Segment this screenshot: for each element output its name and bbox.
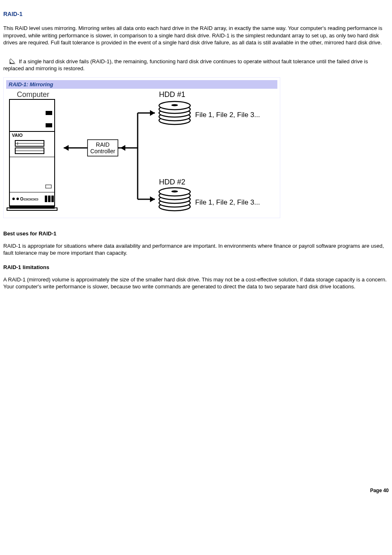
pencil-note-icon <box>9 58 16 64</box>
note-text: If a single hard disk drive fails (RAID-… <box>3 58 368 72</box>
svg-point-45 <box>171 190 178 192</box>
svg-point-16 <box>12 198 15 200</box>
raid-mirroring-diagram: Computer HDD #1 File 1, File 2, File 3..… <box>6 90 277 214</box>
svg-text:O▭▭▭▭: O▭▭▭▭ <box>20 197 38 201</box>
svg-point-39 <box>171 104 178 106</box>
svg-rect-3 <box>7 208 57 210</box>
svg-rect-5 <box>46 123 52 127</box>
figure-container: RAID-1: Mirroring Computer HDD #1 File 1… <box>3 77 280 218</box>
svg-rect-14 <box>46 185 51 188</box>
page-number: Page 40 <box>3 488 389 497</box>
svg-rect-4 <box>46 111 52 115</box>
best-uses-text: RAID-1 is appropriate for situations whe… <box>3 242 389 257</box>
svg-rect-1 <box>9 99 55 206</box>
note-block: If a single hard disk drive fails (RAID-… <box>3 58 389 72</box>
svg-text:VAIO: VAIO <box>12 133 23 138</box>
svg-marker-33 <box>150 196 155 202</box>
best-uses-heading: Best uses for RAID-1 <box>3 230 389 237</box>
section-heading: RAID-1 <box>3 11 389 17</box>
svg-rect-21 <box>51 196 54 202</box>
svg-point-17 <box>16 198 19 200</box>
figure-title: RAID-1: Mirroring <box>6 80 277 89</box>
svg-text:RAID: RAID <box>96 141 109 148</box>
intro-paragraph: This RAID level uses mirroring. Mirrorin… <box>3 25 389 46</box>
svg-rect-20 <box>48 196 51 202</box>
svg-marker-26 <box>64 145 69 151</box>
svg-rect-19 <box>45 196 47 202</box>
limitations-heading: RAID-1 limitations <box>3 264 389 270</box>
svg-text:Controller: Controller <box>90 148 115 154</box>
svg-marker-31 <box>150 110 155 116</box>
limitations-text: A RAID-1 (mirrored) volume is approximat… <box>3 276 389 290</box>
svg-marker-29 <box>120 145 125 151</box>
